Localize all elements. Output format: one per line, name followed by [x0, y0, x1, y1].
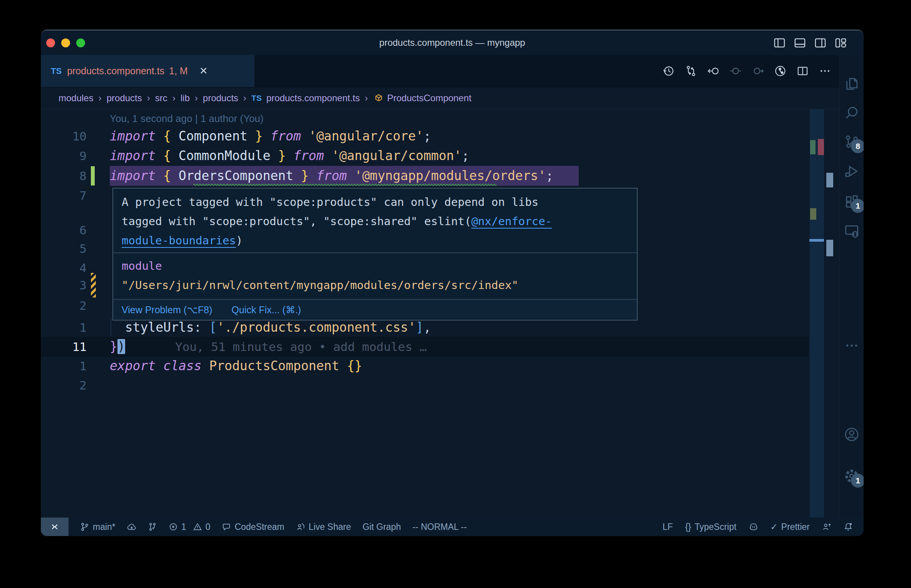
line-number: 9: [41, 146, 87, 166]
gitlens-compare-button[interactable]: [148, 522, 157, 531]
search-icon[interactable]: [844, 105, 859, 120]
scrollbar-slider[interactable]: [810, 109, 824, 518]
git-compare-icon: [148, 522, 157, 531]
copilot-status[interactable]: [749, 522, 758, 531]
breadcrumb-src[interactable]: src: [155, 93, 167, 104]
split-editor-icon[interactable]: [797, 65, 809, 77]
codestream-status[interactable]: CodeStream: [222, 522, 284, 532]
braces-icon: {}: [685, 522, 691, 532]
line-number: 8: [41, 166, 87, 186]
more-views-icon[interactable]: [844, 338, 859, 353]
view-problem-action[interactable]: View Problem (⌥F8): [122, 304, 212, 316]
breadcrumb: modules › products › src › lib › product…: [41, 87, 839, 109]
chevron-right-icon: ›: [147, 93, 150, 104]
editor-code-area[interactable]: You, 1 second ago | 1 author (You)10impo…: [41, 109, 839, 518]
ruler-mark-error: [818, 139, 824, 155]
blame-annotation-line[interactable]: You, 1 second ago | 1 author (You): [41, 110, 809, 127]
breadcrumb-modules[interactable]: modules: [59, 93, 94, 104]
toggle-panel-icon[interactable]: [794, 37, 806, 49]
code-line[interactable]: 10import { Component } from '@angular/co…: [41, 126, 809, 146]
blame-annotation: You, 1 second ago | 1 author (You): [110, 110, 263, 127]
tab-products-component-ts[interactable]: TS products.component.ts 1, M ✕: [41, 55, 255, 87]
prettier-status[interactable]: ✓ Prettier: [770, 522, 810, 532]
code-line[interactable]: 1export class ProductsComponent {}: [41, 356, 809, 376]
eslint-rule-link-2[interactable]: module-boundaries: [122, 234, 236, 247]
remote-explorer-icon[interactable]: [844, 223, 859, 239]
extensions-icon[interactable]: 1: [844, 194, 859, 209]
feedback-button[interactable]: [822, 522, 831, 531]
settings-gear-icon[interactable]: 1: [844, 468, 859, 484]
breadcrumb-products-2[interactable]: products: [203, 93, 238, 104]
hover-module-info: module "/Users/juri/nrwl/content/myngapp…: [113, 253, 637, 298]
chevron-right-icon: ›: [243, 93, 246, 104]
overview-ruler[interactable]: [809, 109, 839, 518]
code-line[interactable]: 2: [41, 375, 809, 395]
cloud-upload-icon: [127, 522, 136, 531]
line-number: 7: [41, 185, 87, 205]
inline-blame: You, 51 minutes ago • add modules …: [175, 337, 427, 357]
window-title: products.component.ts — myngapp: [41, 37, 864, 48]
customize-layout-icon[interactable]: [835, 37, 847, 49]
zoom-window-button[interactable]: [76, 38, 85, 47]
commit-graph-icon[interactable]: [774, 65, 786, 77]
line-number: 6: [41, 220, 87, 240]
line-number: 3: [41, 275, 87, 295]
status-bar: main* 1 0 CodeStream Live Share: [41, 518, 864, 536]
code-line[interactable]: 8import { OrdersComponent } from '@mynga…: [41, 166, 809, 186]
check-icon: ✓: [770, 522, 778, 532]
eslint-rule-link[interactable]: @nx/enforce-: [471, 215, 552, 228]
git-branch-status[interactable]: main*: [80, 522, 116, 532]
hover-status-bar: View Problem (⌥F8) Quick Fix... (⌘.): [113, 299, 637, 320]
minimize-window-button[interactable]: [61, 38, 70, 47]
next-change-icon[interactable]: [752, 65, 764, 77]
toggle-secondary-sidebar-icon[interactable]: [814, 37, 826, 49]
source-control-icon[interactable]: 8: [844, 134, 859, 149]
ruler-mark-cursor-line: [809, 239, 824, 242]
go-back-icon[interactable]: [707, 65, 719, 77]
vim-mode-indicator[interactable]: -- NORMAL --: [412, 522, 467, 532]
ruler-mark-added: [810, 140, 816, 154]
chevron-right-icon: ›: [99, 93, 102, 104]
language-mode-indicator[interactable]: {} TypeScript: [685, 522, 737, 532]
live-share-status[interactable]: Live Share: [296, 522, 351, 532]
code-line[interactable]: 9import { CommonModule } from '@angular/…: [41, 146, 809, 166]
previous-change-icon[interactable]: [730, 65, 742, 77]
module-keyword: module: [122, 256, 628, 276]
remote-indicator[interactable]: [41, 518, 69, 536]
line-number: 1: [41, 356, 87, 376]
hover-error-message: A project tagged with "scope:products" c…: [113, 189, 637, 253]
chevron-right-icon: ›: [172, 93, 176, 104]
breadcrumb-symbol[interactable]: ProductsComponent: [387, 93, 472, 104]
close-window-button[interactable]: [46, 38, 55, 47]
extensions-badge: 1: [851, 199, 864, 213]
tab-filename: products.component.ts: [67, 65, 164, 77]
line-number: 5: [41, 239, 87, 259]
source-control-badge: 8: [851, 139, 864, 153]
run-and-debug-icon[interactable]: [844, 164, 859, 179]
editor-action-icons: [663, 55, 831, 87]
timeline-history-icon[interactable]: [663, 65, 675, 77]
titlebar: products.component.ts — myngapp: [41, 30, 864, 55]
breadcrumb-filename[interactable]: products.component.ts: [266, 93, 360, 104]
activity-bar: 8 1 1: [839, 55, 864, 518]
breadcrumb-products[interactable]: products: [107, 93, 142, 104]
line-number: 1: [41, 317, 87, 337]
explorer-icon[interactable]: [844, 76, 859, 92]
more-actions-icon[interactable]: [819, 65, 831, 77]
chevron-right-icon: ›: [365, 93, 368, 104]
live-share-icon: [296, 522, 305, 531]
code-line[interactable]: 11})You, 51 minutes ago • add modules …: [41, 337, 809, 357]
account-icon[interactable]: [844, 427, 859, 442]
quick-fix-action[interactable]: Quick Fix... (⌘.): [231, 304, 301, 316]
open-changes-icon[interactable]: [685, 65, 697, 77]
problems-status[interactable]: 1 0: [169, 522, 211, 532]
git-graph-status[interactable]: Git Graph: [363, 522, 401, 532]
breadcrumb-lib[interactable]: lib: [181, 93, 190, 104]
line-number: 2: [41, 296, 87, 316]
close-tab-icon[interactable]: ✕: [199, 65, 208, 77]
toggle-primary-sidebar-icon[interactable]: [774, 37, 785, 49]
notifications-button[interactable]: [844, 522, 853, 531]
gutter-added-marker: [91, 166, 95, 185]
eol-indicator[interactable]: LF: [663, 522, 673, 532]
publish-changes-button[interactable]: [127, 522, 136, 531]
